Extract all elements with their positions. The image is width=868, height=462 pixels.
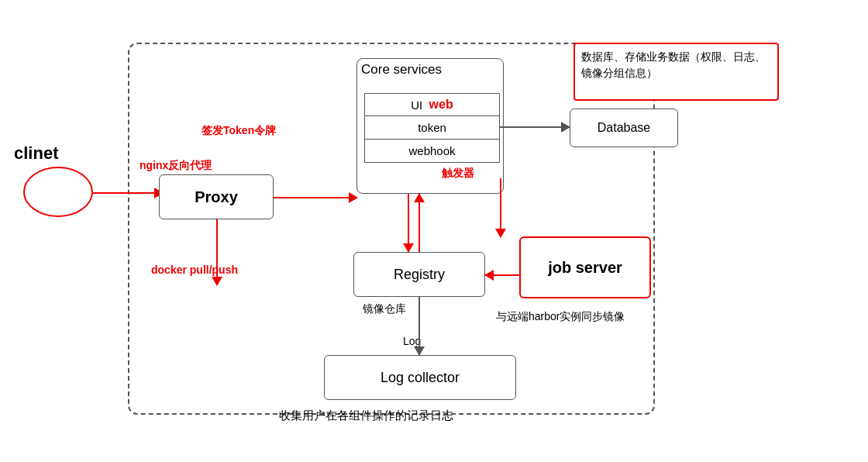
token-label: 签发Token令牌: [202, 124, 276, 138]
job-server-text: job server: [548, 259, 622, 277]
token-row-label: token: [418, 121, 446, 134]
arrow-job-to-registry: [485, 274, 519, 276]
log-collector-box: Log collector: [324, 355, 516, 400]
arrow-core-to-registry: [408, 194, 409, 252]
arrow-registry-to-log: [418, 297, 420, 355]
token-row: token: [364, 116, 500, 140]
arrow-core-to-job: [500, 178, 501, 237]
arrow-registry-to-core: [418, 194, 420, 252]
core-services-title: Core services: [361, 62, 442, 78]
remote-label: 与远端harbor实例同步镜像: [496, 310, 625, 324]
trigger-label: 触发器: [442, 167, 474, 181]
registry-box: Registry: [353, 252, 485, 297]
nginx-label: nginx反向代理: [140, 159, 212, 173]
proxy-text: Proxy: [195, 188, 238, 206]
log-collector-text: Log collector: [381, 370, 460, 386]
docker-label: docker pull/push: [151, 264, 238, 276]
diagram-container: clinet nginx反向代理 签发Token令牌 Proxy docker …: [0, 0, 868, 462]
web-label: web: [429, 98, 453, 112]
arrow-core-to-database: [500, 126, 570, 128]
ui-label: UI: [411, 98, 422, 112]
arrow-clinet-to-proxy: [93, 192, 163, 194]
collect-label: 收集用户在各组件操作的记录日志: [279, 409, 453, 423]
proxy-box: Proxy: [159, 174, 274, 219]
ui-web-row: UI web: [364, 93, 500, 116]
database-annotation: 数据库、存储业务数据（权限、日志、镜像分组信息）: [574, 43, 779, 101]
job-server-box: job server: [519, 236, 651, 298]
webhook-row: webhook: [364, 140, 500, 163]
database-box: Database: [570, 109, 678, 147]
webhook-label: webhook: [408, 144, 455, 157]
registry-sublabel: 镜像仓库: [363, 302, 406, 316]
arrow-proxy-to-core: [274, 197, 357, 198]
clinet-label: clinet: [14, 143, 58, 164]
registry-text: Registry: [394, 267, 445, 283]
database-text: Database: [598, 121, 651, 135]
clinet-oval: [23, 167, 93, 217]
